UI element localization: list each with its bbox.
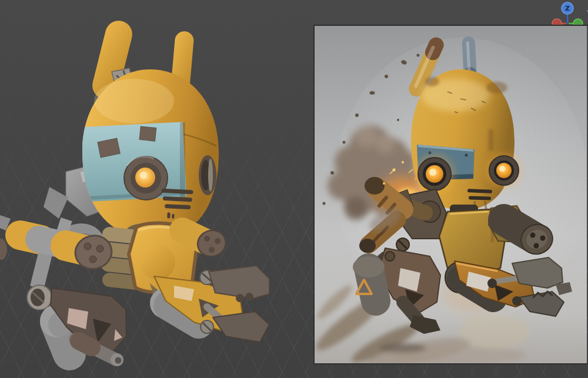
app-window: { "viewport": { "background_color": "#43… <box>0 0 588 378</box>
robot-3d-model[interactable] <box>0 0 313 378</box>
robot-left-leg <box>40 288 126 366</box>
clamp-lower <box>213 312 269 342</box>
left-eye-glow <box>140 172 147 179</box>
gizmo-z-label: Z <box>565 5 570 12</box>
clamp-upper <box>209 266 269 299</box>
reference-image-panel <box>313 25 588 364</box>
concept-art <box>315 26 587 363</box>
3d-viewport[interactable]: Z ‹ <box>0 0 588 378</box>
concept-claw-upper <box>512 257 563 288</box>
